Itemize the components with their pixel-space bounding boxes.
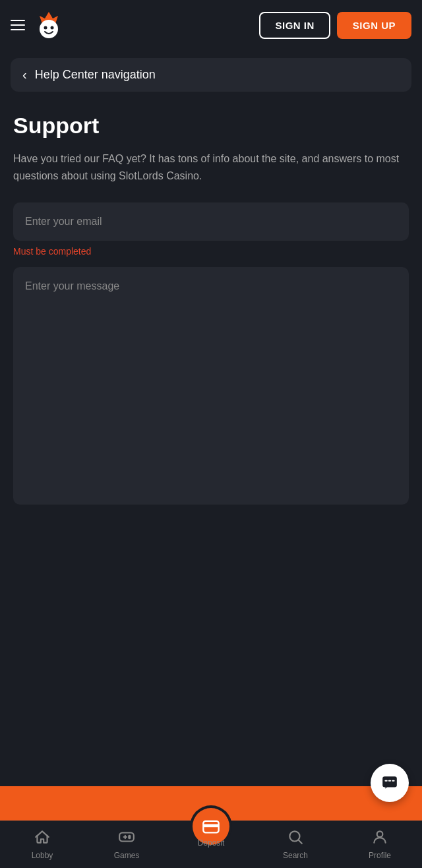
svg-rect-12	[203, 824, 218, 827]
deposit-label: Deposit	[198, 838, 225, 848]
svg-point-10	[129, 837, 130, 838]
search-label: Search	[283, 851, 308, 860]
profile-label: Profile	[369, 851, 391, 860]
header-left	[11, 9, 65, 41]
support-title: Support	[13, 113, 409, 139]
svg-rect-5	[384, 780, 387, 782]
main-content: Support Have you tried our FAQ yet? It h…	[0, 100, 422, 505]
header-buttons: SIGN IN SIGN UP	[259, 12, 411, 39]
games-icon	[118, 828, 135, 848]
nav-item-deposit[interactable]: Deposit	[169, 808, 253, 857]
chat-button[interactable]	[371, 764, 409, 802]
hamburger-menu-icon[interactable]	[11, 20, 25, 30]
signup-button[interactable]: SIGN UP	[337, 12, 411, 39]
nav-title: Help Center navigation	[35, 68, 156, 82]
logo[interactable]	[33, 9, 65, 41]
message-textarea[interactable]	[13, 267, 409, 505]
nav-item-games[interactable]: Games	[84, 828, 169, 860]
nav-item-search[interactable]: Search	[253, 828, 338, 860]
chat-icon	[381, 774, 398, 791]
nav-item-lobby[interactable]: Lobby	[0, 828, 84, 860]
svg-rect-7	[392, 780, 394, 782]
svg-rect-3	[382, 776, 397, 787]
svg-point-14	[377, 831, 383, 837]
svg-point-1	[44, 26, 47, 30]
support-form: Must be completed	[13, 202, 409, 505]
header: SIGN IN SIGN UP	[0, 0, 422, 50]
bottom-nav: Lobby Games Deposit	[0, 821, 422, 868]
home-icon	[34, 828, 51, 848]
svg-point-2	[51, 26, 54, 30]
lobby-label: Lobby	[32, 851, 53, 860]
signin-button[interactable]: SIGN IN	[259, 12, 330, 39]
help-center-nav[interactable]: ‹ Help Center navigation	[11, 58, 411, 92]
support-description: Have you tried our FAQ yet? It has tons …	[13, 150, 409, 184]
error-message: Must be completed	[13, 246, 409, 257]
nav-item-profile[interactable]: Profile	[338, 828, 422, 860]
profile-icon	[371, 828, 388, 848]
search-icon	[287, 828, 304, 848]
svg-rect-6	[388, 780, 391, 782]
email-input[interactable]	[13, 202, 409, 241]
back-icon: ‹	[22, 67, 27, 82]
svg-point-0	[40, 20, 58, 38]
games-label: Games	[114, 851, 140, 860]
svg-point-13	[289, 831, 299, 841]
